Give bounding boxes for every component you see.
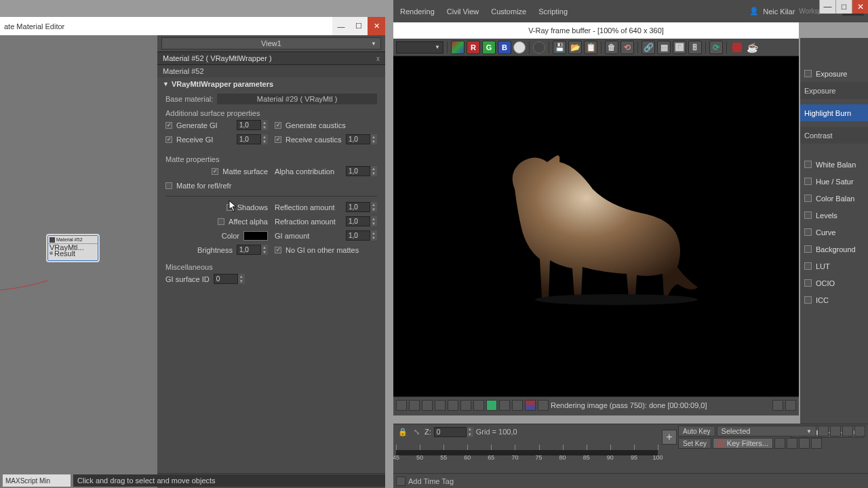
- blue-channel-button[interactable]: B: [498, 41, 511, 54]
- status-icon-12[interactable]: [538, 400, 549, 411]
- view-selector[interactable]: View1 ▼: [161, 37, 381, 49]
- open-icon[interactable]: 📂: [568, 41, 582, 54]
- status-icon-7[interactable]: [473, 400, 484, 411]
- key-icon-1[interactable]: [818, 426, 829, 436]
- key-icon-4[interactable]: [854, 426, 865, 436]
- key-icon-7[interactable]: [799, 438, 810, 449]
- key-icon-3[interactable]: [842, 426, 853, 436]
- refresh-icon[interactable]: ⟳: [709, 41, 723, 54]
- auto-key-button[interactable]: Auto Key: [678, 426, 715, 436]
- node-graph-area[interactable]: Material #52 VRayMtl... Result: [0, 35, 157, 488]
- color-balance-checkbox[interactable]: [804, 195, 812, 202]
- status-icon-11[interactable]: [525, 400, 536, 411]
- maximize-button[interactable]: ☐: [835, 0, 852, 14]
- green-channel-button[interactable]: G: [482, 41, 496, 54]
- mat-close-button[interactable]: ✕: [368, 17, 385, 35]
- status-icon-1[interactable]: [396, 400, 407, 411]
- wrapper-foldout[interactable]: ▼ VRayMtlWrapper parameters: [157, 77, 385, 89]
- close-button[interactable]: ✕: [852, 0, 868, 14]
- timeline[interactable]: 4550556065707580859095100: [396, 442, 658, 464]
- rgb-icon[interactable]: [451, 41, 465, 54]
- base-material-slot[interactable]: Material #29 ( VRayMtl ): [217, 94, 377, 104]
- affect-alpha-checkbox[interactable]: [218, 218, 224, 225]
- key-icon-5[interactable]: [774, 438, 785, 449]
- highlight-burn-header[interactable]: Highlight Burn: [800, 104, 868, 121]
- mono-channel-button[interactable]: [533, 41, 545, 54]
- alpha-contribution-spinner[interactable]: ▲▼: [346, 166, 377, 176]
- color-corrections-icon[interactable]: 🎚: [688, 41, 702, 54]
- red-channel-button[interactable]: R: [467, 41, 480, 54]
- history-icon[interactable]: ⟲: [620, 41, 634, 54]
- stop-render-button[interactable]: [730, 41, 744, 54]
- key-mode-selector[interactable]: Selected▼: [717, 426, 816, 436]
- white-balance-checkbox[interactable]: [804, 161, 812, 168]
- time-tag-icon[interactable]: [396, 476, 406, 486]
- status-icon-3[interactable]: [422, 400, 433, 411]
- region-icon[interactable]: ▦: [657, 41, 671, 54]
- no-gi-other-checkbox[interactable]: [275, 247, 281, 253]
- mat-minimize-button[interactable]: —: [332, 17, 350, 35]
- key-icon-6[interactable]: [787, 438, 797, 449]
- clear-icon[interactable]: 🗑: [605, 41, 618, 54]
- levels-checkbox[interactable]: [804, 211, 812, 219]
- generate-caustics-checkbox[interactable]: [275, 122, 281, 129]
- mat-maximize-button[interactable]: ☐: [350, 17, 368, 35]
- lock-icon[interactable]: 🔒: [397, 426, 408, 437]
- menu-civil-view[interactable]: Civil View: [447, 7, 479, 16]
- vfb-titlebar[interactable]: V-Ray frame buffer - [100% of 640 x 360]: [393, 22, 799, 39]
- material-node[interactable]: Material #52 VRayMtl... Result: [47, 235, 98, 261]
- lut-checkbox[interactable]: [804, 262, 812, 270]
- minimize-button[interactable]: —: [819, 0, 835, 14]
- receive-gi-spinner[interactable]: ▲▼: [237, 134, 268, 144]
- status-icon-5[interactable]: [448, 400, 458, 411]
- vfb-channel-combo[interactable]: ▼: [396, 41, 443, 54]
- add-time-tag[interactable]: Add Time Tag: [408, 477, 454, 485]
- menu-customize[interactable]: Customize: [491, 7, 526, 16]
- generate-gi-spinner[interactable]: ▲▼: [237, 120, 268, 130]
- menu-rendering[interactable]: Rendering: [400, 7, 435, 16]
- set-key-button[interactable]: Set Key: [678, 438, 711, 449]
- key-filters-button[interactable]: ⚿ Key Filters...: [713, 438, 773, 449]
- material-name-field[interactable]: Material #52: [157, 65, 385, 77]
- pixel-info-icon[interactable]: 🅿: [673, 41, 686, 54]
- clipboard-icon[interactable]: 📋: [584, 41, 597, 54]
- gi-amount-spinner[interactable]: ▲▼: [346, 230, 377, 241]
- curve-checkbox[interactable]: [804, 228, 812, 236]
- matte-refl-refr-checkbox[interactable]: [165, 182, 172, 189]
- key-icon-2[interactable]: [830, 426, 841, 436]
- shadows-checkbox[interactable]: [226, 204, 233, 211]
- status-icon-6[interactable]: [460, 400, 471, 411]
- plus-button[interactable]: +: [662, 430, 677, 445]
- panel-close-icon[interactable]: x: [376, 55, 380, 62]
- status-icon-4[interactable]: [435, 400, 446, 411]
- status-icon-8[interactable]: [486, 400, 497, 411]
- hue-sat-checkbox[interactable]: [804, 178, 812, 185]
- status-icon-2[interactable]: [409, 400, 420, 411]
- material-editor-titlebar[interactable]: ate Material Editor — ☐ ✕: [0, 17, 385, 35]
- generate-gi-checkbox[interactable]: [165, 122, 172, 129]
- receive-caustics-spinner[interactable]: ▲▼: [346, 134, 377, 144]
- ocio-checkbox[interactable]: [804, 279, 812, 287]
- axis-icon[interactable]: ⤡: [411, 426, 422, 437]
- status-icon-9[interactable]: [499, 400, 510, 411]
- color-swatch[interactable]: [243, 231, 268, 241]
- receive-gi-checkbox[interactable]: [165, 136, 172, 143]
- exposure-checkbox[interactable]: [804, 70, 812, 77]
- vfb-viewport[interactable]: [393, 56, 799, 396]
- contrast-header[interactable]: Contrast: [800, 127, 868, 144]
- link-icon[interactable]: 🔗: [642, 41, 655, 54]
- maxscript-listener[interactable]: MAXScript Min: [3, 474, 71, 487]
- reflection-amount-spinner[interactable]: ▲▼: [346, 202, 377, 212]
- save-icon[interactable]: 💾: [553, 41, 566, 54]
- brightness-spinner[interactable]: ▲▼: [237, 245, 268, 255]
- menu-scripting[interactable]: Scripting: [538, 7, 568, 16]
- z-spinner[interactable]: ▲▼: [434, 427, 473, 437]
- background-checkbox[interactable]: [804, 245, 812, 253]
- vfb-expand-icon[interactable]: [785, 400, 796, 411]
- key-icon-8[interactable]: [811, 438, 822, 449]
- matte-surface-checkbox[interactable]: [212, 168, 218, 175]
- render-button[interactable]: ☕: [746, 41, 758, 54]
- status-icon-10[interactable]: [512, 400, 523, 411]
- refraction-amount-spinner[interactable]: ▲▼: [346, 216, 377, 226]
- gi-surface-id-spinner[interactable]: ▲▼: [214, 274, 245, 284]
